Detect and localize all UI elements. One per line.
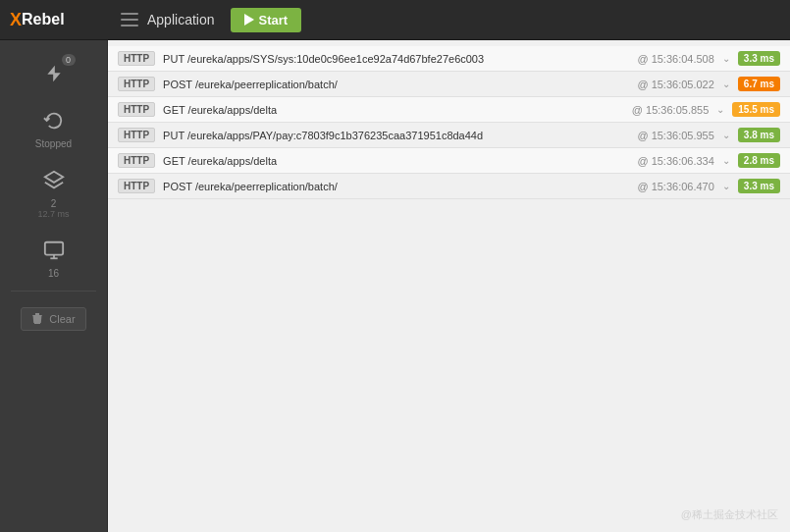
status-label: Stopped	[35, 138, 72, 149]
http-path: GET /eureka/apps/delta	[163, 155, 629, 167]
time-badge: 3.8 ms	[738, 128, 780, 142]
sidebar-item-sessions[interactable]: 16	[0, 227, 107, 287]
http-timestamp: @ 15:36:05.855	[632, 104, 709, 116]
http-path: PUT /eureka/apps/PAY/pay:c7803f9c1b37623…	[163, 130, 629, 141]
time-badge: 3.3 ms	[738, 179, 780, 193]
clear-button[interactable]: Clear	[21, 307, 85, 331]
tab-label: Application	[147, 12, 215, 27]
tab-icon	[118, 8, 141, 31]
time-badge: 3.3 ms	[738, 51, 780, 66]
http-method: HTTP	[118, 77, 155, 91]
time-badge: 15.5 ms	[732, 102, 780, 117]
chevron-down-icon: ⌄	[722, 181, 730, 191]
http-path: POST /eureka/peerreplication/batch/	[163, 181, 629, 192]
http-method: HTTP	[118, 102, 155, 117]
queries-time: 12.7 ms	[37, 209, 69, 219]
content-area: HTTP PUT /eureka/apps/SYS/sys:10de0c96ee…	[108, 40, 790, 532]
sidebar-divider	[11, 291, 96, 292]
queries-count: 2	[51, 198, 57, 209]
svg-marker-4	[47, 66, 60, 82]
svg-rect-2	[121, 25, 138, 27]
http-timestamp: @ 15:36:05.022	[637, 79, 713, 90]
table-row[interactable]: HTTP GET /eureka/apps/delta @ 15:36:06.3…	[108, 148, 790, 174]
time-badge: 2.8 ms	[738, 153, 780, 168]
chevron-down-icon: ⌄	[722, 155, 730, 166]
http-method: HTTP	[118, 153, 155, 168]
sidebar-item-errors[interactable]: 0	[0, 50, 107, 97]
svg-rect-9	[35, 313, 39, 315]
topbar: XRebel Application Start	[0, 0, 790, 40]
monitor-icon-wrap	[38, 235, 70, 266]
sidebar-item-queries[interactable]: 2 12.7 ms	[0, 157, 107, 227]
svg-marker-5	[44, 172, 62, 183]
chevron-down-icon: ⌄	[722, 130, 730, 140]
svg-rect-10	[33, 315, 42, 316]
main-layout: 0 Stopped 2 12.7 ms	[0, 40, 790, 532]
logo-x: X	[10, 10, 22, 30]
table-row[interactable]: HTTP PUT /eureka/apps/PAY/pay:c7803f9c1b…	[108, 123, 790, 148]
logo: XRebel	[10, 10, 118, 30]
http-method: HTTP	[118, 128, 155, 142]
http-path: GET /eureka/apps/delta	[163, 104, 624, 116]
layers-icon-wrap	[38, 165, 70, 196]
sidebar-item-status[interactable]: Stopped	[0, 97, 107, 157]
svg-rect-1	[121, 19, 138, 21]
http-timestamp: @ 15:36:06.470	[637, 181, 713, 192]
chevron-down-icon: ⌄	[722, 79, 730, 89]
lightning-icon-wrap: 0	[38, 58, 70, 89]
table-row[interactable]: HTTP POST /eureka/peerreplication/batch/…	[108, 72, 790, 97]
http-timestamp: @ 15:36:06.334	[637, 155, 713, 167]
errors-badge: 0	[62, 54, 76, 66]
logo-rebel: Rebel	[22, 11, 65, 28]
sessions-count: 16	[48, 268, 59, 279]
http-path: POST /eureka/peerreplication/batch/	[163, 79, 629, 90]
http-path: PUT /eureka/apps/SYS/sys:10de0c96ee1ce92…	[163, 53, 629, 65]
svg-rect-6	[44, 242, 62, 255]
chevron-down-icon: ⌄	[716, 104, 724, 115]
svg-marker-3	[244, 14, 254, 26]
table-row[interactable]: HTTP GET /eureka/apps/delta @ 15:36:05.8…	[108, 97, 790, 123]
start-button[interactable]: Start	[231, 8, 302, 32]
table-row[interactable]: HTTP POST /eureka/peerreplication/batch/…	[108, 174, 790, 199]
http-timestamp: @ 15:36:04.508	[637, 53, 713, 65]
refresh-icon-wrap	[38, 105, 70, 136]
table-row[interactable]: HTTP PUT /eureka/apps/SYS/sys:10de0c96ee…	[108, 46, 790, 72]
svg-rect-0	[121, 13, 138, 15]
http-timestamp: @ 15:36:05.955	[637, 130, 713, 141]
sidebar: 0 Stopped 2 12.7 ms	[0, 40, 108, 532]
chevron-down-icon: ⌄	[722, 53, 730, 64]
http-method: HTTP	[118, 179, 155, 193]
time-badge: 6.7 ms	[738, 77, 780, 91]
http-method: HTTP	[118, 51, 155, 66]
